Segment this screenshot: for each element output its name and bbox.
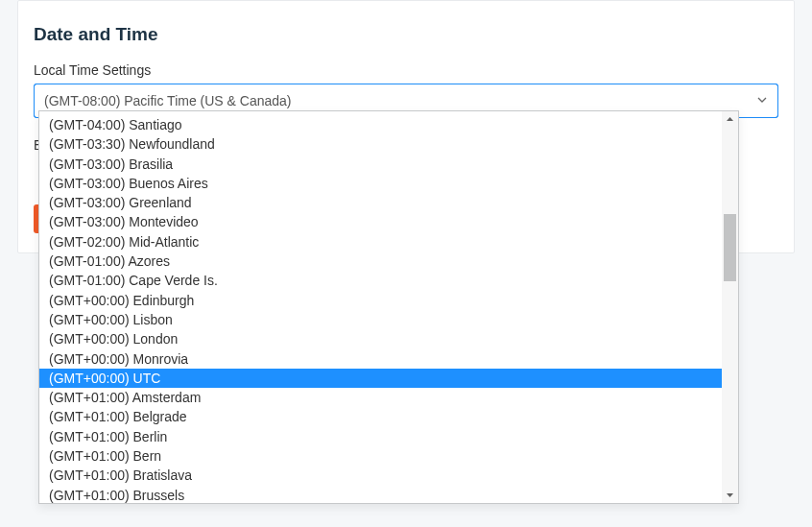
timezone-option[interactable]: (GMT+01:00) Belgrade (39, 407, 722, 426)
scrollbar[interactable] (722, 111, 738, 503)
timezone-option[interactable]: (GMT-01:00) Cape Verde Is. (39, 271, 722, 290)
timezone-option[interactable]: (GMT-03:00) Greenland (39, 193, 722, 212)
timezone-option[interactable]: (GMT-03:00) Buenos Aires (39, 174, 722, 193)
timezone-option[interactable]: (GMT+01:00) Brussels (39, 486, 722, 503)
dropdown-list[interactable]: (GMT-04:00) Santiago(GMT-03:30) Newfound… (39, 111, 722, 503)
scroll-up-arrow-icon[interactable] (722, 111, 738, 128)
timezone-option[interactable]: (GMT+00:00) London (39, 329, 722, 348)
field-label: Local Time Settings (34, 62, 778, 78)
select-value: (GMT-08:00) Pacific Time (US & Canada) (44, 93, 292, 108)
timezone-option[interactable]: (GMT+00:00) Edinburgh (39, 291, 722, 310)
timezone-option[interactable]: (GMT-03:00) Brasilia (39, 155, 722, 174)
timezone-dropdown: (GMT-04:00) Santiago(GMT-03:30) Newfound… (38, 110, 739, 504)
timezone-option[interactable]: (GMT+01:00) Bratislava (39, 466, 722, 485)
timezone-option[interactable]: (GMT-03:00) Montevideo (39, 212, 722, 231)
timezone-option[interactable]: (GMT-04:00) Santiago (39, 115, 722, 134)
card-content: Date and Time Local Time Settings (GMT-0… (18, 24, 794, 118)
timezone-option[interactable]: (GMT+00:00) Lisbon (39, 310, 722, 329)
section-title: Date and Time (34, 24, 778, 45)
scroll-thumb[interactable] (724, 214, 736, 281)
timezone-option[interactable]: (GMT+01:00) Bern (39, 446, 722, 466)
timezone-option[interactable]: (GMT+01:00) Berlin (39, 427, 722, 446)
timezone-option[interactable]: (GMT+01:00) Amsterdam (39, 388, 722, 407)
timezone-option[interactable]: (GMT-02:00) Mid-Atlantic (39, 232, 722, 252)
timezone-option[interactable]: (GMT+00:00) Monrovia (39, 349, 722, 369)
scroll-track[interactable] (722, 128, 738, 487)
chevron-down-icon (756, 92, 768, 109)
timezone-option[interactable]: (GMT-03:30) Newfoundland (39, 134, 722, 154)
scroll-down-arrow-icon[interactable] (722, 487, 738, 503)
timezone-option[interactable]: (GMT+00:00) UTC (39, 369, 722, 388)
timezone-option[interactable]: (GMT-01:00) Azores (39, 252, 722, 271)
